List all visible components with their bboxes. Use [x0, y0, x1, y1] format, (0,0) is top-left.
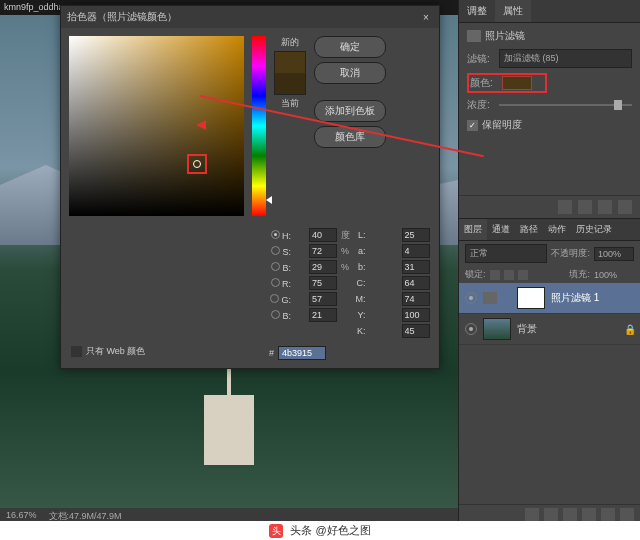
adjustment-icon[interactable]: [563, 508, 577, 522]
h-radio[interactable]: [271, 230, 280, 239]
r-input[interactable]: [309, 276, 337, 290]
layer-visibility-icon[interactable]: [465, 292, 477, 304]
preserve-luminosity-checkbox[interactable]: ✓: [467, 120, 478, 131]
color-marker[interactable]: [193, 160, 201, 168]
blend-mode-dropdown[interactable]: 正常: [465, 244, 547, 263]
cancel-button[interactable]: 取消: [314, 62, 386, 84]
new-layer-icon[interactable]: [601, 508, 615, 522]
hue-marker[interactable]: [266, 196, 272, 204]
trash-icon[interactable]: [620, 508, 634, 522]
props-icon-2[interactable]: [578, 200, 592, 214]
s-radio[interactable]: [271, 246, 280, 255]
bl-radio[interactable]: [271, 310, 280, 319]
density-label: 浓度:: [467, 98, 493, 112]
opacity-input[interactable]: 100%: [594, 247, 634, 261]
close-button[interactable]: ×: [419, 12, 433, 23]
web-only-label: 只有 Web 颜色: [86, 345, 145, 358]
s-input[interactable]: [309, 244, 337, 258]
color-swatches: [274, 51, 306, 95]
r-radio[interactable]: [271, 278, 280, 287]
layer-visibility-icon[interactable]: [465, 323, 477, 335]
layer-thumb[interactable]: [483, 318, 511, 340]
hue-slider[interactable]: [252, 36, 266, 216]
k-input[interactable]: [402, 324, 430, 338]
layer-name[interactable]: 照片滤镜 1: [551, 291, 599, 305]
fx-icon[interactable]: [525, 508, 539, 522]
l-input[interactable]: [402, 228, 430, 242]
bl-input[interactable]: [309, 308, 337, 322]
lock-all-icon[interactable]: [518, 270, 528, 280]
lock-pixels-icon[interactable]: [490, 270, 500, 280]
b-input[interactable]: [309, 260, 337, 274]
layer-photo-filter[interactable]: 照片滤镜 1: [459, 283, 640, 314]
b-radio[interactable]: [271, 262, 280, 271]
color-label: 颜色:: [470, 76, 496, 90]
opacity-label: 不透明度:: [551, 247, 590, 260]
tab-adjust[interactable]: 调整: [459, 0, 495, 22]
mask-icon[interactable]: [544, 508, 558, 522]
group-icon[interactable]: [582, 508, 596, 522]
photo-filter-icon: [467, 30, 481, 42]
tab-layers[interactable]: 图层: [459, 219, 487, 240]
filter-dropdown[interactable]: 加温滤镜 (85): [499, 49, 632, 68]
layer-background[interactable]: 背景 🔒: [459, 314, 640, 345]
current-color-label: 当前: [281, 97, 299, 110]
h-input[interactable]: [309, 228, 337, 242]
filter-color-swatch[interactable]: [502, 76, 532, 90]
color-library-button[interactable]: 颜色库: [314, 126, 386, 148]
tab-channels[interactable]: 通道: [487, 219, 515, 240]
g-input[interactable]: [309, 292, 337, 306]
adjustment-layer-icon: [483, 292, 497, 304]
tab-paths[interactable]: 路径: [515, 219, 543, 240]
saturation-value-field[interactable]: [69, 36, 244, 216]
toutiao-logo-icon: 头: [269, 524, 283, 538]
layer-name[interactable]: 背景: [517, 322, 537, 336]
props-icon-1[interactable]: [558, 200, 572, 214]
web-only-checkbox[interactable]: [71, 346, 82, 357]
new-color-swatch: [275, 52, 305, 73]
dialog-title: 抬色器（照片滤镜颜色）: [67, 10, 419, 24]
g-radio[interactable]: [270, 294, 279, 303]
watermark: 头 头条 @好色之图: [0, 521, 640, 540]
filter-label: 滤镜:: [467, 52, 493, 66]
hex-label: #: [269, 348, 274, 358]
m-input[interactable]: [402, 292, 430, 306]
layer-mask-thumb[interactable]: [517, 287, 545, 309]
b2-input[interactable]: [402, 260, 430, 274]
lock-icon[interactable]: 🔒: [624, 324, 634, 334]
props-trash-icon[interactable]: [618, 200, 632, 214]
tab-properties[interactable]: 属性: [495, 0, 531, 22]
ok-button[interactable]: 确定: [314, 36, 386, 58]
new-color-label: 新的: [281, 36, 299, 49]
properties-title: 照片滤镜: [485, 29, 525, 43]
c-input[interactable]: [402, 276, 430, 290]
lock-position-icon[interactable]: [504, 270, 514, 280]
color-picker-dialog: 抬色器（照片滤镜颜色） × 新的 当前 确定 取消 添加到色板: [60, 5, 440, 369]
a-input[interactable]: [402, 244, 430, 258]
tab-actions[interactable]: 动作: [543, 219, 571, 240]
y-input[interactable]: [402, 308, 430, 322]
preserve-luminosity-label: 保留明度: [482, 118, 522, 132]
hex-input[interactable]: [278, 346, 326, 360]
add-swatch-button[interactable]: 添加到色板: [314, 100, 386, 122]
fill-input[interactable]: 100%: [594, 270, 634, 280]
tab-history[interactable]: 历史记录: [571, 219, 617, 240]
props-reset-icon[interactable]: [598, 200, 612, 214]
fill-label: 填充:: [569, 268, 590, 281]
current-color-swatch[interactable]: [275, 73, 305, 94]
lock-label: 锁定:: [465, 268, 486, 281]
density-slider[interactable]: [499, 104, 632, 106]
